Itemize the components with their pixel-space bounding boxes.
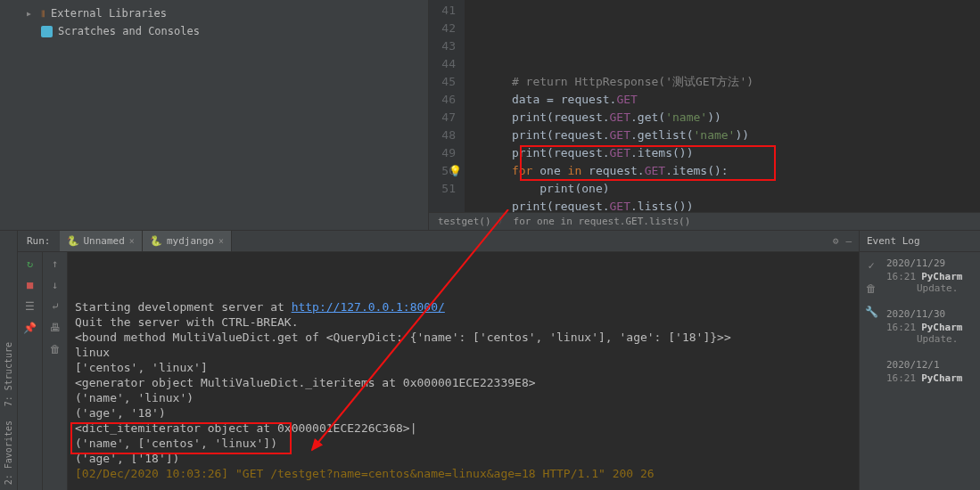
print-button[interactable]: 🖶: [47, 320, 63, 336]
editor-area: 4142434445464748495051 💡 # return HttpRe…: [429, 0, 980, 230]
intention-bulb-icon[interactable]: 💡: [449, 162, 462, 180]
close-icon[interactable]: ×: [218, 236, 224, 246]
editor-gutter: 4142434445464748495051: [429, 0, 465, 212]
event-sub: Update.: [886, 333, 976, 345]
event-title: PyCharm: [921, 271, 962, 282]
event-title: PyCharm: [921, 372, 962, 384]
event-date: 2020/11/30: [886, 308, 976, 320]
project-tree-panel: ▶ ⫴ External Libraries Scratches and Con…: [0, 0, 429, 230]
run-tabs-bar: Run: 🐍 Unnamed × 🐍 mydjango × ⚙ —: [18, 231, 859, 252]
side-tab-structure[interactable]: 7: Structure: [0, 337, 17, 412]
breadcrumb-item[interactable]: testget(): [438, 216, 491, 227]
event-time: 16:21: [886, 322, 916, 333]
run-toolbar-secondary: ↑ ↓ ⤶ 🖶 🗑: [43, 252, 68, 490]
tree-item-external-libraries[interactable]: ▶ ⫴ External Libraries: [9, 4, 419, 22]
side-tab-label: 2: Favorites: [4, 421, 13, 485]
library-icon: ⫴: [41, 8, 45, 20]
event-log-panel: Event Log ✓ 🗑 🔧 2020/11/2916:21PyCharmUp…: [859, 231, 980, 490]
mark-read-icon[interactable]: ✓: [863, 257, 879, 274]
wrap-button[interactable]: ⤶: [47, 298, 63, 314]
clear-button[interactable]: 🗑: [47, 341, 63, 357]
code-editor[interactable]: 💡 # return HttpResponse('测试GET方法') data …: [465, 0, 980, 212]
scratches-icon: [41, 26, 53, 37]
left-tool-tabs: 7: Structure 2: Favorites: [0, 231, 18, 490]
console-output[interactable]: Starting development server at http://12…: [68, 252, 859, 490]
bottom-area: 7: Structure 2: Favorites Run: 🐍 Unnamed…: [0, 230, 980, 490]
event-sub: Update.: [886, 282, 976, 294]
python-icon: 🐍: [67, 235, 79, 247]
event-time: 16:21: [886, 372, 916, 384]
run-tab-label: Unnamed: [84, 235, 125, 247]
layout-button[interactable]: ☰: [22, 298, 38, 314]
event-title: PyCharm: [921, 322, 962, 333]
top-area: ▶ ⫴ External Libraries Scratches and Con…: [0, 0, 980, 230]
breadcrumb-item[interactable]: for one in request.GET.lists(): [514, 216, 691, 227]
side-tab-label: 7: Structure: [4, 342, 13, 406]
minimize-icon[interactable]: —: [845, 235, 852, 247]
event-time: 16:21: [886, 271, 916, 282]
event-log-header: Event Log: [860, 231, 980, 252]
tree-item-label: Scratches and Consoles: [58, 25, 200, 37]
run-tool-window: Run: 🐍 Unnamed × 🐍 mydjango × ⚙ — ↻ ■ ☰ …: [18, 231, 859, 490]
run-toolbar-primary: ↻ ■ ☰ 📌: [18, 252, 43, 490]
event-log-toolbar: ✓ 🗑 🔧: [860, 252, 883, 490]
side-tab-favorites[interactable]: 2: Favorites: [0, 415, 17, 490]
close-icon[interactable]: ×: [129, 236, 135, 246]
run-tab-mydjango[interactable]: 🐍 mydjango ×: [143, 231, 232, 251]
chevron-right-icon: ▶: [27, 10, 36, 18]
breadcrumb-bar: testget() 〉 for one in request.GET.lists…: [429, 212, 980, 230]
event-log-title: Event Log: [867, 235, 920, 247]
trash-icon[interactable]: 🗑: [863, 281, 879, 297]
tree-item-scratches[interactable]: Scratches and Consoles: [9, 22, 419, 40]
event-date: 2020/12/1: [886, 359, 976, 371]
run-tab-label: mydjango: [167, 235, 214, 247]
event-date: 2020/11/29: [886, 257, 976, 269]
event-log-item[interactable]: 2020/12/116:21PyCharm: [883, 354, 980, 393]
event-log-list: 2020/11/2916:21PyCharmUpdate.2020/11/301…: [883, 252, 980, 490]
event-log-item[interactable]: 2020/11/3016:21PyCharmUpdate.: [883, 303, 980, 354]
pin-button[interactable]: 📌: [22, 320, 38, 336]
run-label: Run:: [18, 235, 60, 247]
event-log-item[interactable]: 2020/11/2916:21PyCharmUpdate.: [883, 252, 980, 303]
rerun-button[interactable]: ↻: [22, 256, 38, 272]
run-body: ↻ ■ ☰ 📌 ↑ ↓ ⤶ 🖶 🗑 Starting development s…: [18, 252, 859, 490]
down-button[interactable]: ↓: [47, 277, 63, 293]
tree-item-label: External Libraries: [51, 7, 167, 20]
settings-icon[interactable]: 🔧: [863, 304, 879, 320]
run-tab-unnamed[interactable]: 🐍 Unnamed ×: [60, 231, 143, 251]
up-button[interactable]: ↑: [47, 256, 63, 272]
gear-icon[interactable]: ⚙: [833, 235, 839, 247]
server-url-link[interactable]: http://127.0.0.1:8000/: [292, 300, 445, 314]
python-icon: 🐍: [150, 235, 162, 247]
code-scroll: 4142434445464748495051 💡 # return HttpRe…: [429, 0, 980, 212]
stop-button[interactable]: ■: [22, 277, 38, 293]
chevron-right-icon: 〉: [498, 216, 506, 227]
